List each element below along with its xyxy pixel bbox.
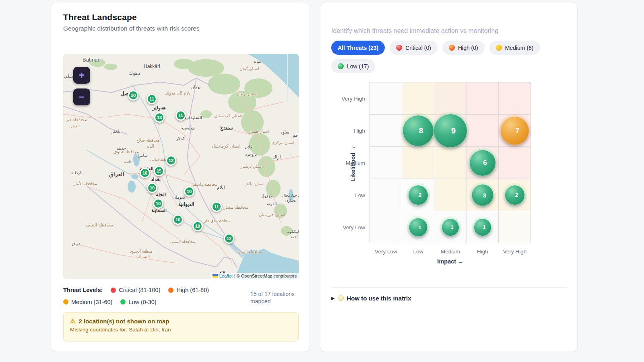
legend-item-label: Critical (81-100) <box>119 287 160 293</box>
map-place-label: سنندج <box>220 125 233 130</box>
how-to-label: How to use this matrix <box>347 295 411 302</box>
threat-landscape-card: Threat Landscape Geographic distribution… <box>51 2 310 352</box>
filter-pill[interactable]: Low (17) <box>331 59 375 73</box>
map-place-label: الشمالية <box>136 255 150 259</box>
map-place-label: استان گیلان <box>239 67 259 71</box>
map-zoom-out-button[interactable]: − <box>73 88 90 105</box>
leaflet-link[interactable]: Leaflet <box>219 274 233 278</box>
matrix-cell <box>499 82 531 115</box>
filter-pill-label: Low (17) <box>347 63 369 70</box>
map-place-label: السماوة <box>152 208 167 213</box>
matrix-cell <box>402 147 434 179</box>
locations-mapped-note: 15 of 17 locations mapped <box>250 287 299 305</box>
map-place-label: بختيارى <box>285 199 297 203</box>
severity-dot-icon <box>396 45 402 51</box>
matrix-row-label: Very Low <box>328 224 365 230</box>
legend-item-label: Medium (31-60) <box>71 299 112 305</box>
legend-dot-icon <box>111 288 116 293</box>
matrix-bubble[interactable]: 9 <box>434 114 467 147</box>
filter-pill[interactable]: All Threats (23) <box>331 41 385 55</box>
map-marker[interactable]: 11 <box>175 110 186 121</box>
bubble-count: 2 <box>419 192 422 198</box>
filter-pill[interactable]: Critical (0) <box>390 41 438 55</box>
map-marker[interactable]: 10 <box>153 198 163 209</box>
map-place-label: شوملي <box>173 195 185 200</box>
map-place-label: محافظة ذي قار <box>204 219 230 223</box>
matrix-bubble[interactable]: 6 <box>470 150 495 176</box>
map-marker[interactable]: 10 <box>147 183 157 193</box>
map-marker[interactable]: 10 <box>192 221 203 231</box>
map-place-label: حديثة <box>117 146 126 150</box>
map-place-label: تلعفر <box>111 130 120 134</box>
map-place-label: محافظة الأنبار <box>74 182 97 186</box>
bubble-count: 3 <box>483 192 486 199</box>
map-marker[interactable]: 13 <box>154 112 165 123</box>
map-marker[interactable]: 11 <box>211 202 222 212</box>
map-place-label: بروجرد <box>245 152 257 156</box>
map-place-label: الديوانية <box>178 202 194 207</box>
map-attribution: Leaflet | © OpenStreetMap contributors <box>211 273 299 279</box>
matrix-bubble[interactable]: 8 <box>403 115 433 146</box>
map-place-label: محافظة ميسان <box>223 206 248 210</box>
map-place-label: السليمانية <box>184 115 202 120</box>
filter-pills: All Threats (23)Critical (0)High (0)Medi… <box>331 41 571 73</box>
matrix-col-label: Medium <box>434 249 466 255</box>
map-place-label: میانه <box>253 60 261 64</box>
bubble-count: 7 <box>515 127 519 135</box>
risk-matrix: Impact → 8976232111Very HighHighMediumLo… <box>369 82 530 243</box>
map-place-label: استان خوزستان <box>259 213 285 217</box>
how-to-use-toggle[interactable]: ▶ How to use this matrix <box>331 295 411 302</box>
filter-pill-label: Medium (6) <box>505 45 534 51</box>
map-marker[interactable]: 12 <box>166 155 176 166</box>
map-place-label: هەولێر <box>153 105 165 110</box>
leaflet-map[interactable]: BatmanHakkâriدهوكالقامشلياستان گیلانمیان… <box>63 54 299 279</box>
map-marker[interactable]: 10 <box>140 168 150 178</box>
map-marker[interactable]: 10 <box>128 90 138 101</box>
map-place-label: الرطبة <box>71 171 83 175</box>
map-place-label: هيت <box>124 159 131 163</box>
map-place-label: محافظة صلاح <box>136 138 159 142</box>
legend-dot-icon <box>63 299 68 304</box>
legend-item-label: Low (0-30) <box>128 299 156 305</box>
filter-pill-label: Critical (0) <box>405 45 431 51</box>
matrix-cell <box>434 147 466 179</box>
filter-pill[interactable]: Medium (6) <box>489 41 540 55</box>
matrix-col-label: Very High <box>499 249 531 255</box>
map-zoom-in-button[interactable]: + <box>73 67 90 84</box>
bubble-count: 9 <box>451 126 456 136</box>
bubble-count: 1 <box>418 224 421 230</box>
matrix-bubble[interactable]: 1 <box>442 219 459 236</box>
map-marker[interactable]: 15 <box>154 166 164 176</box>
filter-pill[interactable]: High (0) <box>442 41 485 55</box>
matrix-row-label: Very High <box>328 96 365 102</box>
map-place-label: ايلام <box>217 185 225 189</box>
map-place-label: استان كرمانشاه <box>211 144 241 148</box>
filter-pill-label: High (0) <box>458 45 478 51</box>
legend-item-label: High (61-80) <box>176 287 209 293</box>
map-place-label: عرعر <box>71 242 80 246</box>
matrix-subtitle: Identify which threats need immediate ac… <box>331 27 498 35</box>
map-place-label: استان مركزى <box>272 141 294 145</box>
map-place-label: كەلار <box>176 136 185 141</box>
map-marker[interactable]: 12 <box>224 233 234 244</box>
matrix-bubble[interactable]: 2 <box>409 185 428 205</box>
lightbulb-icon <box>338 295 343 301</box>
map-place-label: بوكان <box>191 85 200 89</box>
missing-locations-warning: ⚠ 2 location(s) not shown on map Missing… <box>63 312 299 341</box>
matrix-bubble[interactable]: 3 <box>472 185 493 206</box>
map-place-label: ساوه <box>281 130 289 134</box>
map-marker[interactable]: 10 <box>173 214 183 225</box>
dashboard-page: Threat Landscape Geographic distribution… <box>0 0 644 362</box>
severity-dot-icon <box>496 45 502 51</box>
matrix-row-label: Medium <box>328 160 365 166</box>
matrix-bubble[interactable]: 7 <box>501 117 529 145</box>
map-marker[interactable]: 10 <box>184 186 194 197</box>
map-place-label: الحلة <box>156 192 166 197</box>
matrix-cell <box>466 115 499 147</box>
matrix-bubble[interactable]: 2 <box>505 185 524 205</box>
threat-levels-legend: Threat Levels: Critical (81-100)High (61… <box>63 287 250 305</box>
map-marker[interactable]: 11 <box>147 94 157 104</box>
matrix-bubble[interactable]: 1 <box>474 219 491 236</box>
map-place-label: الدين <box>145 144 154 148</box>
matrix-bubble[interactable]: 1 <box>409 218 427 237</box>
